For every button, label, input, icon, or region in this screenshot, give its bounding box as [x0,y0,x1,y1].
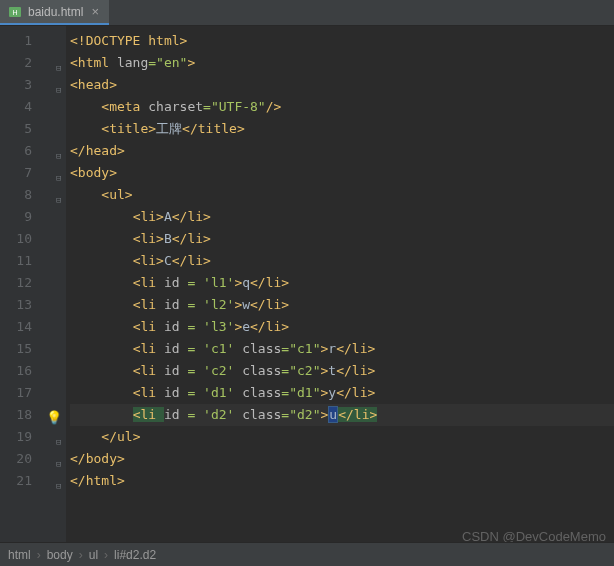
code-line[interactable]: <meta charset="UTF-8"/> [70,96,614,118]
fold-icon[interactable]: ⊟ [56,167,61,189]
code-line[interactable]: ⊟<body> [70,162,614,184]
code-line[interactable]: <li id = 'c2' class="c2">t</li> [70,360,614,382]
line-number: 12 [0,272,50,294]
chevron-right-icon: › [79,548,83,562]
fold-icon[interactable]: ⊟ [56,189,61,211]
fold-icon[interactable]: ⊟ [56,431,61,453]
svg-text:H: H [12,9,17,16]
line-number: 1 [0,30,50,52]
line-number: 21 [0,470,50,492]
breadcrumb-item[interactable]: body [47,548,73,562]
chevron-right-icon: › [104,548,108,562]
code-line[interactable]: ⊟ </ul> [70,426,614,448]
tab-bar: H baidu.html × [0,0,614,26]
line-number: 11 [0,250,50,272]
line-number: 19 [0,426,50,448]
close-icon[interactable]: × [89,4,101,19]
code-line[interactable]: ⊟</html> [70,470,614,492]
breadcrumb-item[interactable]: ul [89,548,98,562]
fold-icon[interactable]: ⊟ [56,453,61,475]
line-number: 10 [0,228,50,250]
fold-icon[interactable]: ⊟ [56,475,61,497]
line-number: 17 [0,382,50,404]
breadcrumb-item[interactable]: html [8,548,31,562]
fold-icon[interactable]: ⊟ [56,57,61,79]
line-number: 20 [0,448,50,470]
code-line[interactable]: <li id = 'l1'>q</li> [70,272,614,294]
code-line[interactable]: <li>C</li> [70,250,614,272]
line-number: 9 [0,206,50,228]
line-number: 7 [0,162,50,184]
line-number: 15 [0,338,50,360]
code-line[interactable]: <li>A</li> [70,206,614,228]
line-number: 5 [0,118,50,140]
code-line-active[interactable]: <li id = 'd2' class="d2">u</li> [70,404,614,426]
line-number: 18💡 [0,404,50,426]
code-line[interactable]: ⊟<head> [70,74,614,96]
code-line[interactable]: ⊟<html lang="en"> [70,52,614,74]
code-area[interactable]: <!DOCTYPE html> ⊟<html lang="en"> ⊟<head… [50,26,614,542]
tab-filename: baidu.html [28,5,83,19]
code-line[interactable]: ⊟ <ul> [70,184,614,206]
line-number: 3 [0,74,50,96]
code-line[interactable]: ⊟</body> [70,448,614,470]
code-line[interactable]: <li id = 'd1' class="d1">y</li> [70,382,614,404]
breadcrumb: html › body › ul › li#d2.d2 [0,542,614,566]
code-line[interactable]: <li id = 'c1' class="c1">r</li> [70,338,614,360]
line-number: 8 [0,184,50,206]
line-number: 13 [0,294,50,316]
tab-file[interactable]: H baidu.html × [0,0,109,25]
fold-icon[interactable]: ⊟ [56,145,61,167]
code-line[interactable]: <li id = 'l2'>w</li> [70,294,614,316]
code-line[interactable]: <li>B</li> [70,228,614,250]
fold-icon[interactable]: ⊟ [56,79,61,101]
gutter: 1 2 3 4 5 6 7 8 9 10 11 12 13 14 15 16 1… [0,26,50,542]
line-number: 14 [0,316,50,338]
code-line[interactable]: <li id = 'l3'>e</li> [70,316,614,338]
html-file-icon: H [8,5,22,19]
line-number: 6 [0,140,50,162]
line-number: 16 [0,360,50,382]
line-number: 4 [0,96,50,118]
code-line[interactable]: <title>工牌</title> [70,118,614,140]
editor: 1 2 3 4 5 6 7 8 9 10 11 12 13 14 15 16 1… [0,26,614,542]
line-number: 2 [0,52,50,74]
chevron-right-icon: › [37,548,41,562]
breadcrumb-item[interactable]: li#d2.d2 [114,548,156,562]
code-line[interactable]: ⊟</head> [70,140,614,162]
code-line[interactable]: <!DOCTYPE html> [70,30,614,52]
